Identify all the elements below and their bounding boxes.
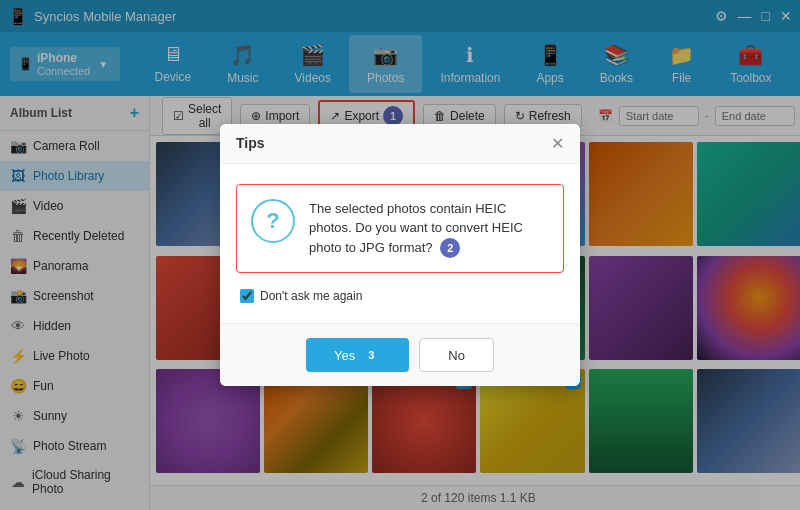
modal-checkbox-row: Don't ask me again (240, 289, 564, 303)
modal-message-container: The selected photos contain HEIC photos.… (309, 199, 549, 258)
modal-message-text: The selected photos contain HEIC photos.… (309, 199, 549, 258)
dont-ask-label: Don't ask me again (260, 289, 362, 303)
no-button[interactable]: No (419, 338, 494, 372)
yes-label: Yes (334, 348, 355, 363)
modal-body: ? The selected photos contain HEIC photo… (220, 164, 580, 323)
dont-ask-checkbox[interactable] (240, 289, 254, 303)
yes-button[interactable]: Yes 3 (306, 338, 409, 372)
modal-badge-3: 3 (361, 345, 381, 365)
modal-header: Tips ✕ (220, 124, 580, 164)
tips-modal: Tips ✕ ? The selected photos contain HEI… (220, 124, 580, 386)
modal-close-button[interactable]: ✕ (551, 134, 564, 153)
modal-message-row: ? The selected photos contain HEIC photo… (236, 184, 564, 273)
modal-message-span: The selected photos contain HEIC photos.… (309, 201, 523, 255)
modal-badge-2: 2 (440, 238, 460, 258)
modal-title: Tips (236, 135, 265, 151)
modal-overlay: Tips ✕ ? The selected photos contain HEI… (0, 0, 800, 510)
modal-footer: Yes 3 No (220, 323, 580, 386)
no-label: No (448, 348, 465, 363)
question-icon: ? (251, 199, 295, 243)
